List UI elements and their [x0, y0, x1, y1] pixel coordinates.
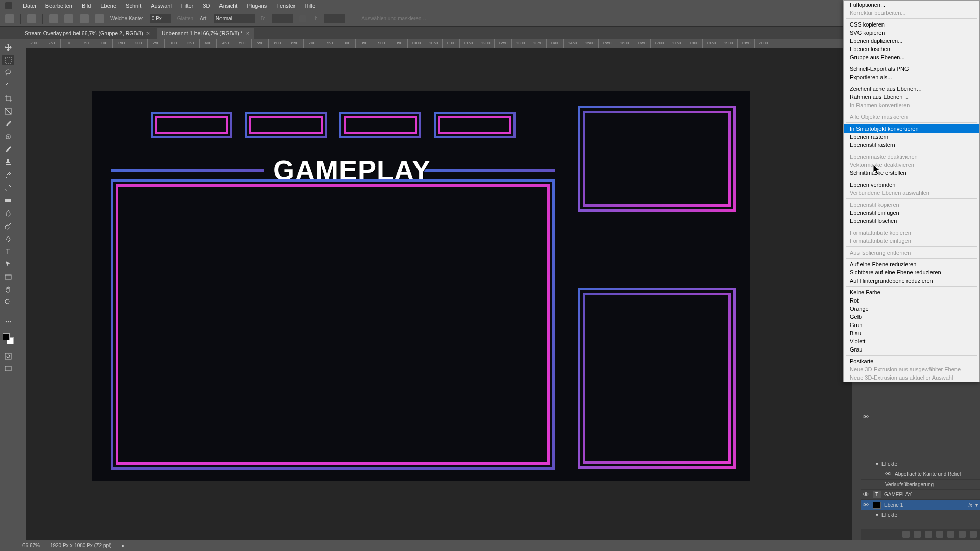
layer-effect-gradient[interactable]: Verlaufsüberlagerung — [861, 480, 980, 490]
marquee-tool[interactable] — [2, 55, 14, 65]
horizontal-ruler[interactable]: -100-50050100150200250300350400450500550… — [26, 39, 861, 48]
stamp-tool[interactable] — [2, 157, 14, 167]
new-group-icon[interactable] — [947, 531, 954, 538]
close-icon[interactable]: × — [146, 30, 150, 36]
rectangle-tool[interactable] — [2, 271, 14, 282]
tab-unbenannt[interactable]: Unbenannt-1 bei 66,7% (RGB/8) * × — [157, 28, 254, 39]
context-menu-item[interactable]: Gelb — [844, 313, 979, 321]
collapse-icon[interactable]: ▾ — [876, 512, 878, 518]
menu-fenster[interactable]: Fenster — [272, 3, 300, 9]
context-menu-item[interactable]: Fülloptionen... — [844, 1, 979, 9]
path-select-tool[interactable] — [2, 259, 14, 269]
context-menu-item[interactable]: Ebenenstil rastern — [844, 141, 979, 149]
move-tool[interactable] — [2, 42, 14, 53]
layer-name[interactable]: GAMEPLAY — [884, 492, 912, 497]
frame-tool[interactable] — [2, 106, 14, 116]
blur-tool[interactable] — [2, 208, 14, 218]
menu-schrift[interactable]: Schrift — [121, 3, 146, 9]
context-menu-item[interactable]: Keine Farbe — [844, 288, 979, 296]
foreground-color[interactable] — [3, 333, 10, 340]
eyedropper-tool[interactable] — [2, 118, 14, 129]
context-menu-item[interactable]: Rot — [844, 296, 979, 305]
layer-style-icon[interactable] — [914, 531, 921, 538]
document-dimensions[interactable]: 1920 Px x 1080 Px (72 ppi) — [50, 543, 112, 548]
delete-layer-icon[interactable] — [970, 531, 977, 538]
dodge-tool[interactable] — [2, 220, 14, 231]
canvas-viewport[interactable]: GAMEPLAY — [26, 48, 852, 540]
context-menu-item[interactable]: Ebenenstil einfügen — [844, 209, 979, 217]
context-menu-item[interactable]: Exportieren als... — [844, 73, 979, 81]
context-menu-item[interactable]: Auf eine Ebene reduzieren — [844, 260, 979, 268]
style-select[interactable]: Normal — [214, 14, 255, 23]
context-menu-item[interactable]: In Smartobjekt konvertieren — [844, 124, 979, 133]
layer-visibility-icon[interactable]: 👁 — [863, 413, 869, 421]
context-menu-item[interactable]: Orange — [844, 305, 979, 313]
type-tool[interactable]: T — [2, 246, 14, 257]
menu-bild[interactable]: Bild — [77, 3, 95, 9]
context-menu-item[interactable]: Ebenen duplizieren... — [844, 37, 979, 45]
hand-tool[interactable] — [2, 284, 14, 295]
zoom-tool[interactable] — [2, 297, 14, 308]
context-menu-item[interactable]: Sichtbare auf eine Ebene reduzieren — [844, 268, 979, 277]
context-menu-item[interactable]: Auf Hintergrundebene reduzieren — [844, 277, 979, 285]
link-layers-icon[interactable] — [902, 531, 910, 538]
gradient-tool[interactable] — [2, 195, 14, 206]
layer-name[interactable]: Ebene 1 — [884, 502, 903, 508]
chevron-down-icon[interactable]: ▾ — [975, 502, 978, 508]
context-menu-item[interactable]: Ebenen löschen — [844, 45, 979, 53]
context-menu-item[interactable]: Blau — [844, 329, 979, 337]
layer-gameplay[interactable]: 👁 T GAMEPLAY — [861, 490, 980, 500]
quick-mask-icon[interactable] — [2, 350, 14, 361]
antialias-checkbox[interactable]: Glätten — [177, 16, 193, 21]
menu-bearbeiten[interactable]: Bearbeiten — [41, 3, 77, 9]
collapse-icon[interactable]: ▾ — [876, 461, 878, 467]
menu-plugins[interactable]: Plug-ins — [242, 3, 272, 9]
vertical-ruler[interactable] — [16, 48, 26, 540]
context-menu-item[interactable]: Gruppe aus Ebenen... — [844, 53, 979, 61]
more-tools-icon[interactable] — [2, 316, 14, 327]
context-menu-item[interactable]: Rahmen aus Ebenen … — [844, 93, 979, 101]
new-layer-icon[interactable] — [959, 531, 966, 538]
menu-ebene[interactable]: Ebene — [95, 3, 121, 9]
layer-visibility-icon[interactable]: 👁 — [863, 491, 870, 498]
brush-tool[interactable] — [2, 144, 14, 155]
pen-tool[interactable] — [2, 233, 14, 244]
tab-stream-overlay[interactable]: Stream Overlay.psd bei 66,7% (Gruppe 2, … — [19, 28, 155, 39]
healing-tool[interactable] — [2, 131, 14, 142]
subtract-selection-icon[interactable] — [80, 14, 89, 23]
feather-input[interactable]: 0 Px — [150, 14, 171, 23]
crop-tool[interactable] — [2, 93, 14, 104]
layer-thumbnail[interactable] — [873, 502, 881, 509]
wand-tool[interactable] — [2, 80, 14, 91]
chevron-right-icon[interactable]: ▸ — [122, 543, 125, 548]
zoom-level[interactable]: 66,67% — [22, 543, 40, 548]
color-swatch[interactable] — [3, 333, 14, 344]
context-menu-item[interactable]: CSS kopieren — [844, 20, 979, 29]
screen-mode-icon[interactable] — [2, 363, 14, 374]
context-menu-item[interactable]: SVG kopieren — [844, 29, 979, 37]
eraser-tool[interactable] — [2, 182, 14, 193]
intersect-selection-icon[interactable] — [95, 14, 104, 23]
layer-effects-row-2[interactable]: ▾ Effekte — [861, 510, 980, 520]
menu-3d[interactable]: 3D — [198, 3, 214, 9]
layer-mask-icon[interactable] — [925, 531, 932, 538]
menu-filter[interactable]: Filter — [177, 3, 198, 9]
context-menu-item[interactable]: Ebenen verbinden — [844, 181, 979, 189]
context-menu-item[interactable]: Schnell-Export als PNG — [844, 65, 979, 73]
context-menu-item[interactable]: Postkarte — [844, 357, 979, 365]
context-menu-item[interactable]: Schnittmaske erstellen — [844, 169, 979, 177]
marquee-tool-icon[interactable] — [27, 14, 36, 23]
context-menu-item[interactable]: Ebenenstil löschen — [844, 217, 979, 225]
new-selection-icon[interactable] — [49, 14, 58, 23]
layer-effect-bevel[interactable]: 👁 Abgeflachte Kante und Relief — [861, 469, 980, 480]
layer-effects-row[interactable]: ▾ Effekte — [861, 459, 980, 469]
context-menu-item[interactable]: Violett — [844, 337, 979, 345]
layer-visibility-icon[interactable]: 👁 — [885, 470, 892, 478]
select-and-mask-button[interactable]: Auswählen und maskieren … — [361, 16, 428, 21]
context-menu-item[interactable]: Ebenen rastern — [844, 133, 979, 141]
lasso-tool[interactable] — [2, 67, 14, 78]
layer-visibility-icon[interactable]: 👁 — [863, 501, 870, 509]
context-menu-item[interactable]: Grün — [844, 321, 979, 329]
menu-hilfe[interactable]: Hilfe — [300, 3, 320, 9]
context-menu-item[interactable]: Grau — [844, 345, 979, 354]
